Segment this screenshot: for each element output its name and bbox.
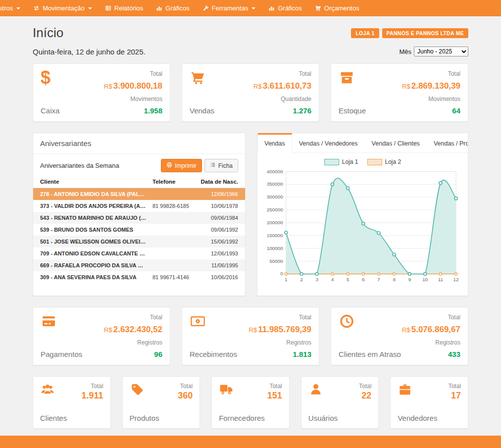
cell-telefone [150, 224, 197, 236]
count-label: Registros [249, 339, 311, 346]
count-value: 22 [359, 391, 371, 401]
nav-item-graficos-2[interactable]: Gráficos [262, 0, 308, 16]
top-navbar: Cadastros Movimentação Relatórios Gráfic… [0, 0, 501, 16]
legend-label: Loja 2 [385, 158, 401, 165]
svg-text:2: 2 [300, 277, 303, 282]
table-row[interactable]: 709 - ANTONIO EDSON CAVALCANTE D... 12/0… [33, 248, 245, 259]
birthdays-subtitle: Aniversariantes da Semana [40, 162, 119, 169]
total-label: Total [253, 70, 311, 77]
total-value: R$5.076.869,67 [402, 325, 460, 335]
page-title: Início [33, 25, 63, 41]
tab-vendas[interactable]: Vendas [257, 133, 292, 153]
total-value: R$3.900.800,18 [104, 81, 162, 91]
cell-cliente: 709 - ANTONIO EDSON CAVALCANTE D... [33, 248, 150, 259]
printer-icon [166, 162, 172, 169]
legend-label: Loja 1 [342, 158, 358, 165]
svg-text:350000: 350000 [267, 181, 284, 187]
count-value: 433 [402, 350, 460, 358]
cell-cliente: 669 - RAFAELA PROCOPIO DA SILVA CA... [33, 259, 150, 271]
total-value: R$2.869.130,39 [402, 81, 460, 91]
count-value: 1.813 [249, 350, 311, 358]
nav-item-label: Cadastros [0, 4, 13, 12]
table-icon [105, 5, 111, 11]
nav-item-orcamentos[interactable]: Orçamentos [308, 0, 366, 16]
table-row[interactable]: 501 - JOSE WELISSON GOMES OLIVEIR... 15/… [33, 236, 245, 248]
cell-data-nasc: 09/06/1992 [197, 224, 245, 236]
table-row[interactable]: 669 - RAFAELA PROCOPIO DA SILVA CA... 11… [33, 259, 245, 271]
cell-data-nasc: 15/06/1992 [197, 236, 245, 248]
stats-row-3: Clientes Total 1.911 Produtos Total 360 … [33, 376, 468, 429]
print-button[interactable]: Imprimir [161, 159, 201, 172]
nav-item-relatorios[interactable]: Relatórios [99, 0, 150, 16]
cart-icon [190, 70, 214, 85]
nav-item-label: Ferramentas [212, 4, 249, 12]
bar-chart-icon [268, 5, 275, 11]
svg-text:8: 8 [393, 277, 396, 282]
nav-item-cadastros[interactable]: Cadastros [0, 0, 27, 16]
users-icon [40, 383, 67, 396]
table-row[interactable]: 539 - BRUNO DOS SANTOS GOMES 09/06/1992 [33, 224, 245, 236]
table-row[interactable]: 543 - RENATO MARINHO DE ARAUJO (F... 09/… [33, 212, 245, 224]
nav-item-label: Relatórios [114, 4, 144, 12]
dollar-icon: $ [41, 70, 59, 85]
card-label: Produtos [130, 414, 159, 422]
count-value: 1.911 [82, 391, 103, 401]
svg-text:10: 10 [422, 277, 428, 282]
cell-cliente: 501 - JOSE WELISSON GOMES OLIVEIR... [33, 236, 150, 248]
total-label: Total [402, 70, 460, 77]
stats-row-1: $ Caixa Total R$3.900.800,18 Movimentos … [33, 63, 468, 122]
total-label: Total [449, 383, 461, 390]
svg-text:9: 9 [408, 277, 411, 282]
column-header-data-nasc: Data de Nasc. [197, 177, 245, 188]
total-value: R$3.611.610,73 [253, 81, 311, 91]
nav-item-movimentacao[interactable]: Movimentação [27, 0, 99, 16]
ficha-button-label: Ficha [218, 162, 233, 169]
tab-vendas-produtos[interactable]: Vendas / Produtos [427, 133, 468, 152]
cell-cliente: 373 - VALDIR DOS ANJOS PEREIRA (AN... [33, 200, 150, 212]
nav-item-ferramentas[interactable]: Ferramentas [196, 0, 262, 16]
cell-data-nasc: 11/06/1995 [197, 259, 245, 271]
wrench-icon [202, 5, 209, 11]
svg-text:7: 7 [377, 277, 380, 282]
total-value: R$2.632.430,52 [104, 325, 162, 335]
table-row[interactable]: 373 - VALDIR DOS ANJOS PEREIRA (AN... 81… [33, 200, 245, 212]
clientes-card: Clientes Total 1.911 [33, 376, 111, 429]
caret-down-icon [16, 7, 20, 9]
pagamentos-card: Pagamentos Total R$2.632.430,52 Registro… [33, 307, 170, 365]
svg-text:0: 0 [280, 271, 283, 277]
cell-telefone: 81 99828-6185 [150, 200, 197, 212]
vendedores-card: Vendedores Total 17 [390, 376, 468, 429]
total-value: R$11.985.769,39 [249, 325, 311, 335]
count-label: Registros [104, 339, 162, 346]
legend-item-loja1[interactable]: Loja 1 [324, 158, 358, 165]
card-label: Usuários [308, 414, 338, 422]
sales-area-chart: 0500001000001500002000002500003000003500… [263, 167, 462, 285]
svg-text:11: 11 [438, 277, 444, 282]
footer-bar [0, 436, 501, 448]
total-label: Total [249, 314, 311, 321]
svg-text:150000: 150000 [267, 233, 284, 238]
ficha-button[interactable]: Ficha [204, 159, 238, 172]
count-value: 1.276 [253, 106, 311, 115]
svg-text:12: 12 [453, 277, 459, 282]
table-row[interactable]: 278 - ANTONIO EMIDIO DA SILVA (PALE... 1… [33, 188, 245, 200]
tab-vendas-vendedores[interactable]: Vendas / Vendedores [292, 133, 365, 152]
table-row[interactable]: 309 - ANA SEVERINA PAES DA SILVA 81 9967… [33, 271, 245, 283]
cell-telefone [150, 259, 197, 271]
cell-telefone [150, 248, 197, 259]
birthdays-title: Aniversariantes [33, 133, 245, 154]
total-label: Total [359, 383, 371, 390]
cell-data-nasc: 10/06/2016 [197, 271, 245, 283]
svg-text:50000: 50000 [269, 258, 283, 264]
cell-data-nasc: 12/06/1993 [197, 248, 245, 259]
count-label: Registros [402, 339, 460, 346]
svg-text:250000: 250000 [267, 207, 284, 212]
svg-text:300000: 300000 [267, 194, 284, 199]
legend-item-loja2[interactable]: Loja 2 [367, 158, 401, 165]
month-select[interactable]: Junho - 2025 [414, 47, 468, 56]
tag-icon [130, 383, 159, 396]
tab-vendas-clientes[interactable]: Vendas / Clientes [365, 133, 427, 152]
recebimentos-card: Recebimentos Total R$11.985.769,39 Regis… [182, 307, 319, 365]
total-label: Total [104, 314, 162, 321]
nav-item-graficos-1[interactable]: Gráficos [150, 0, 196, 16]
